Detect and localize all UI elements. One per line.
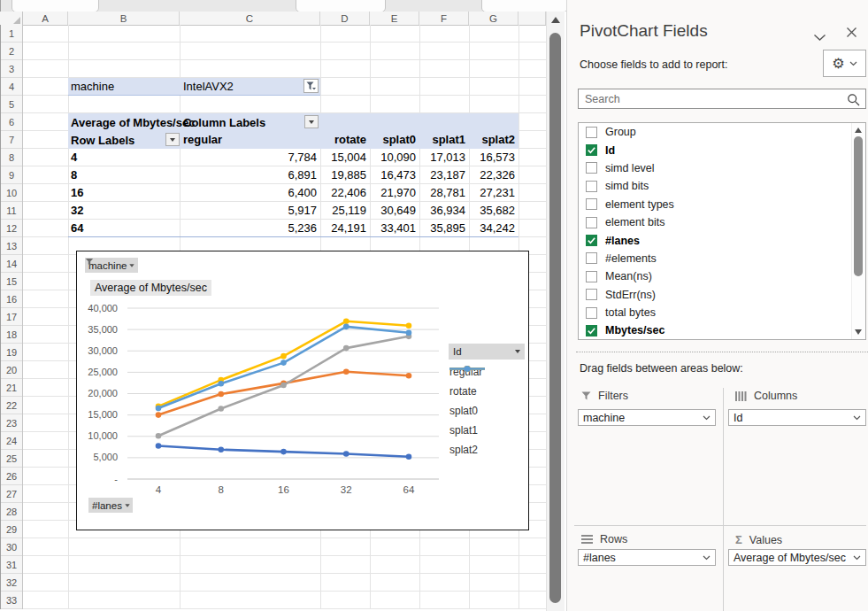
scrollbar-thumb[interactable] (549, 33, 561, 603)
pivot-column-header-splat2[interactable]: splat2 (469, 133, 515, 146)
pivot-value-cell[interactable]: 10,090 (370, 151, 416, 164)
data-point[interactable] (280, 353, 287, 360)
row-header-13[interactable]: 13 (1, 237, 22, 255)
pane-collapse-chevron-icon[interactable] (813, 29, 826, 45)
tools-button[interactable]: ⚙ (823, 50, 866, 77)
row-header-5[interactable]: 5 (1, 96, 22, 113)
data-point[interactable] (156, 433, 162, 439)
pivot-value-cell[interactable]: 35,682 (469, 204, 515, 217)
area-chip-machine[interactable]: machine (578, 409, 716, 426)
legend-item-splat0[interactable]: splat0 (449, 404, 482, 418)
row-header-26[interactable]: 26 (1, 468, 22, 485)
pivot-value-cell[interactable]: 6,400 (180, 186, 317, 199)
data-point[interactable] (343, 324, 350, 330)
pivot-column-header-regular[interactable]: regular (183, 133, 222, 146)
chart-title[interactable]: Average of Mbytes/sec (90, 280, 211, 296)
checkbox-checked[interactable] (586, 325, 597, 336)
pivot-row-label[interactable]: 8 (71, 168, 77, 182)
row-header-29[interactable]: 29 (1, 521, 22, 538)
row-header-11[interactable]: 11 (1, 202, 22, 220)
select-all-corner[interactable] (0, 12, 23, 25)
row-header-30[interactable]: 30 (1, 538, 22, 556)
pivot-row-labels[interactable]: Row Labels (71, 134, 134, 147)
pivot-value-cell[interactable]: 23,187 (419, 168, 465, 182)
row-header-24[interactable]: 24 (1, 432, 22, 450)
series-splat0[interactable] (156, 334, 412, 439)
pivot-value-cell[interactable]: 17,013 (419, 151, 465, 164)
data-point[interactable] (406, 453, 412, 460)
pivot-value-cell[interactable]: 5,236 (180, 221, 317, 235)
pivot-value-cell[interactable]: 24,191 (320, 221, 366, 235)
row-header-20[interactable]: 20 (1, 361, 22, 379)
area-chip-average-of-mbytes-sec[interactable]: Average of Mbytes/sec (728, 549, 866, 566)
row-header-12[interactable]: 12 (1, 220, 22, 237)
row-header-27[interactable]: 27 (1, 485, 22, 503)
field-item-elements[interactable]: #elements (579, 250, 865, 267)
field-item-element-types[interactable]: element types (579, 196, 865, 213)
pivot-value-cell[interactable]: 34,242 (469, 221, 515, 235)
row-header-22[interactable]: 22 (1, 397, 22, 414)
field-item-mbytes-sec[interactable]: Mbytes/sec (579, 321, 865, 339)
row-header-14[interactable]: 14 (1, 255, 22, 273)
row-header-28[interactable]: 28 (1, 503, 22, 521)
column-labels-dropdown-button[interactable] (304, 115, 319, 128)
pivot-value-cell[interactable]: 35,895 (419, 221, 465, 235)
pivot-value-cell[interactable]: 28,781 (419, 186, 465, 199)
chevron-down-icon[interactable] (703, 415, 711, 421)
pivot-row-label[interactable]: 64 (71, 221, 83, 235)
area-chip-lanes[interactable]: #lanes (578, 549, 716, 566)
field-item-group[interactable]: Group (579, 123, 865, 141)
scroll-up-arrow-icon[interactable] (551, 17, 560, 23)
pivot-row-label[interactable]: 4 (71, 151, 77, 164)
pivot-filter-value[interactable]: IntelAVX2 (183, 80, 234, 93)
pivot-value-cell[interactable]: 21,970 (370, 186, 416, 199)
checkbox[interactable] (586, 127, 597, 138)
series-splat2[interactable] (156, 324, 412, 412)
pivot-value-cell[interactable]: 16,473 (370, 168, 416, 182)
column-header-E[interactable]: E (370, 12, 419, 25)
pivot-value-cell[interactable]: 15,004 (320, 151, 366, 164)
column-header-C[interactable]: C (180, 12, 320, 25)
field-item-total-bytes[interactable]: total bytes (579, 304, 865, 321)
data-point[interactable] (156, 412, 162, 418)
row-header-16[interactable]: 16 (1, 290, 22, 308)
row-header-10[interactable]: 10 (1, 184, 22, 202)
row-header-7[interactable]: 7 (1, 131, 22, 149)
field-item-stderr-ns[interactable]: StdErr(ns) (579, 286, 865, 304)
row-labels-dropdown-button[interactable] (165, 133, 180, 146)
sheet-vertical-scrollbar[interactable] (546, 12, 565, 611)
scroll-down-arrow-icon[interactable] (855, 329, 862, 335)
pane-close-icon[interactable] (846, 26, 857, 42)
field-item-mean-ns[interactable]: Mean(ns) (579, 267, 865, 285)
row-header-31[interactable]: 31 (1, 556, 22, 574)
data-point[interactable] (218, 446, 224, 452)
column-header-D[interactable]: D (320, 12, 370, 25)
data-point[interactable] (343, 318, 350, 324)
checkbox[interactable] (586, 252, 597, 264)
pivot-value-cell[interactable]: 36,934 (419, 204, 465, 217)
row-header-18[interactable]: 18 (1, 326, 22, 344)
pivot-value-cell[interactable]: 22,326 (469, 168, 515, 182)
scrollbar-thumb[interactable] (854, 136, 863, 276)
row-header-21[interactable]: 21 (1, 379, 22, 397)
data-point[interactable] (218, 406, 224, 412)
data-point[interactable] (406, 329, 412, 336)
window-tab[interactable] (12, 0, 99, 12)
checkbox[interactable] (586, 217, 597, 228)
column-header-partial[interactable] (518, 12, 546, 25)
row-header-6[interactable]: 6 (1, 113, 22, 131)
row-header-33[interactable]: 33 (1, 592, 22, 609)
checkbox[interactable] (586, 198, 597, 210)
pivot-value-cell[interactable]: 19,885 (320, 168, 366, 182)
search-input[interactable] (579, 89, 865, 108)
row-header-17[interactable]: 17 (1, 308, 22, 326)
row-header-8[interactable]: 8 (1, 149, 22, 166)
pivot-value-cell[interactable]: 6,891 (180, 168, 317, 182)
pivot-row-label[interactable]: 16 (71, 186, 83, 199)
pivot-value-cell[interactable]: 7,784 (180, 151, 317, 164)
pivot-filter-field[interactable]: machine (71, 80, 114, 93)
pivot-value-cell[interactable]: 25,119 (320, 204, 366, 217)
data-point[interactable] (156, 406, 162, 412)
checkbox-checked[interactable] (586, 235, 597, 246)
row-header-25[interactable]: 25 (1, 450, 22, 468)
